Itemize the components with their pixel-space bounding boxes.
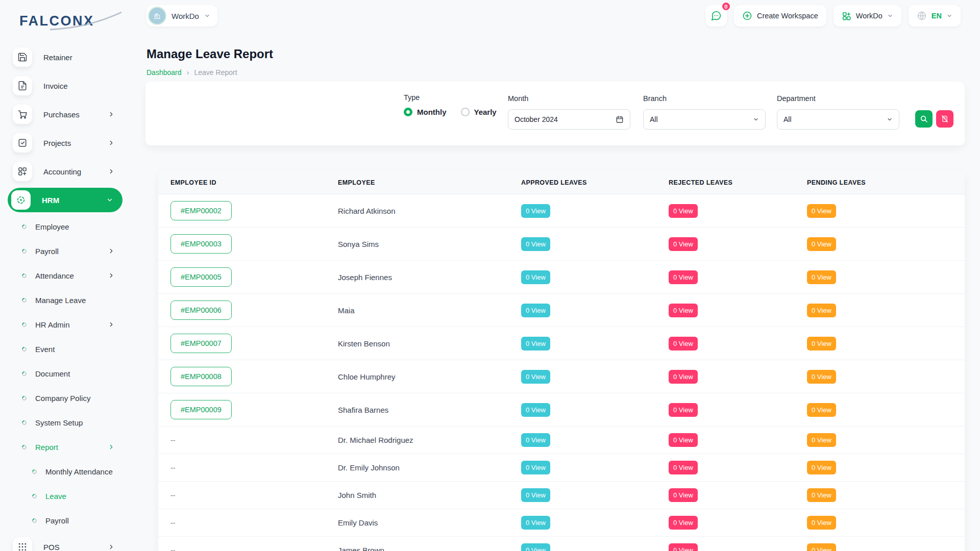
pending-leaves-badge[interactable]: 0 View: [807, 337, 836, 350]
bullet-icon: [21, 444, 28, 450]
employee-id-button[interactable]: #EMP00007: [170, 334, 232, 353]
rejected-leaves-badge[interactable]: 0 View: [669, 516, 698, 530]
employee-id-button[interactable]: #EMP00002: [170, 201, 232, 220]
pending-leaves-badge[interactable]: 0 View: [807, 516, 836, 530]
workspace-switcher[interactable]: WorkDo: [146, 5, 217, 27]
employee-id-button[interactable]: #EMP00003: [170, 234, 232, 254]
sidebar-item-payroll[interactable]: Payroll: [0, 239, 130, 263]
approved-leaves-badge[interactable]: 0 View: [521, 433, 550, 447]
approved-leaves-badge[interactable]: 0 View: [521, 488, 550, 502]
sidebar-item-projects[interactable]: Projects: [0, 129, 130, 157]
purchases-icon: [13, 105, 32, 124]
sidebar-item-report-payroll[interactable]: Payroll: [0, 508, 130, 533]
sidebar-item-leave[interactable]: Leave: [0, 484, 130, 508]
sidebar-item-attendance[interactable]: Attendance: [0, 263, 130, 288]
month-value: October 2024: [514, 115, 616, 123]
sidebar-item-pos[interactable]: POS: [0, 533, 130, 551]
approved-leaves-badge[interactable]: 0 View: [521, 403, 550, 417]
sidebar-item-system-setup[interactable]: System Setup: [0, 410, 130, 435]
sidebar-item-label: Manage Leave: [35, 296, 86, 305]
pending-leaves-badge[interactable]: 0 View: [807, 543, 836, 551]
brand-logo-text: FALCONX: [19, 13, 94, 29]
approved-leaves-badge[interactable]: 0 View: [521, 204, 550, 218]
brand-logo[interactable]: FALCONX: [19, 13, 94, 29]
sidebar-item-company-policy[interactable]: Company Policy: [0, 386, 130, 410]
calendar-icon: [616, 115, 624, 123]
table-row: #EMP00009 Shafira Barnes 0 View 0 View 0…: [158, 393, 965, 427]
sidebar-item-accounting[interactable]: Accounting: [0, 157, 130, 186]
pending-leaves-badge[interactable]: 0 View: [807, 461, 836, 474]
messages-button[interactable]: 0: [705, 5, 727, 27]
employee-id-button[interactable]: #EMP00006: [170, 300, 232, 320]
sidebar-item-monthly-attendance[interactable]: Monthly Attendance: [0, 459, 130, 484]
bullet-icon: [21, 419, 28, 426]
rejected-leaves-badge[interactable]: 0 View: [669, 370, 698, 384]
page-title: Manage Leave Report: [146, 47, 273, 61]
sidebar-item-retainer[interactable]: Retainer: [0, 43, 130, 71]
monthly-radio[interactable]: Monthly: [404, 108, 447, 116]
breadcrumb-dashboard-link[interactable]: Dashboard: [146, 68, 182, 77]
pending-leaves-badge[interactable]: 0 View: [807, 237, 836, 251]
search-button[interactable]: [915, 110, 933, 128]
sidebar-item-event[interactable]: Event: [0, 337, 130, 361]
department-select[interactable]: All: [777, 109, 899, 130]
branch-select[interactable]: All: [643, 109, 766, 130]
sidebar-item-report[interactable]: Report: [0, 435, 130, 459]
month-input[interactable]: October 2024: [508, 109, 630, 130]
create-workspace-button[interactable]: Create Workspace: [734, 5, 826, 27]
type-label: Type: [404, 93, 420, 102]
column-header-rejected-leaves: REJECTED LEAVES: [656, 179, 795, 186]
approved-leaves-badge[interactable]: 0 View: [521, 337, 550, 350]
pending-leaves-badge[interactable]: 0 View: [807, 304, 836, 317]
pending-leaves-badge[interactable]: 0 View: [807, 204, 836, 218]
language-selector[interactable]: EN: [909, 5, 961, 27]
approved-leaves-badge[interactable]: 0 View: [521, 461, 550, 474]
employee-id-button[interactable]: #EMP00009: [170, 400, 232, 419]
type-radio-group: Monthly Yearly: [404, 108, 497, 116]
sidebar-item-invoice[interactable]: Invoice: [0, 71, 130, 100]
approved-leaves-badge[interactable]: 0 View: [521, 370, 550, 384]
employee-name: James Brown: [338, 546, 384, 551]
pending-leaves-badge[interactable]: 0 View: [807, 433, 836, 447]
sidebar-item-hrm[interactable]: HRM: [8, 188, 122, 212]
rejected-leaves-badge[interactable]: 0 View: [669, 270, 698, 284]
approved-leaves-badge[interactable]: 0 View: [521, 270, 550, 284]
approved-leaves-badge[interactable]: 0 View: [521, 516, 550, 530]
breadcrumb-current: Leave Report: [194, 68, 237, 77]
rejected-leaves-badge[interactable]: 0 View: [669, 337, 698, 350]
pending-leaves-badge[interactable]: 0 View: [807, 403, 836, 417]
pending-leaves-badge[interactable]: 0 View: [807, 488, 836, 502]
pending-leaves-badge[interactable]: 0 View: [807, 370, 836, 384]
sidebar-item-employee[interactable]: Employee: [0, 214, 130, 239]
approved-leaves-badge[interactable]: 0 View: [521, 304, 550, 317]
rejected-leaves-badge[interactable]: 0 View: [669, 488, 698, 502]
monthly-radio-label: Monthly: [417, 108, 447, 116]
workdo-menu-button[interactable]: WorkDo: [834, 5, 901, 27]
yearly-radio[interactable]: Yearly: [461, 108, 497, 116]
chevron-down-icon: [106, 196, 113, 204]
approved-leaves-badge[interactable]: 0 View: [521, 237, 550, 251]
sidebar-item-document[interactable]: Document: [0, 361, 130, 386]
sidebar-item-label: HRM: [42, 196, 59, 205]
employee-id-button[interactable]: #EMP00005: [170, 267, 232, 287]
column-header-approved-leaves: APPROVED LEAVES: [509, 179, 656, 186]
bullet-icon: [21, 346, 28, 353]
reset-filter-button[interactable]: [936, 110, 953, 128]
rejected-leaves-badge[interactable]: 0 View: [669, 433, 698, 447]
rejected-leaves-badge[interactable]: 0 View: [669, 543, 698, 551]
table-row: #EMP00006 Maia 0 View 0 View 0 View: [158, 294, 965, 327]
rejected-leaves-badge[interactable]: 0 View: [669, 403, 698, 417]
sidebar-item-purchases[interactable]: Purchases: [0, 100, 130, 129]
rejected-leaves-badge[interactable]: 0 View: [669, 461, 698, 474]
chevron-right-icon: [108, 272, 115, 279]
pending-leaves-badge[interactable]: 0 View: [807, 270, 836, 284]
messages-count-badge: 0: [721, 2, 731, 11]
rejected-leaves-badge[interactable]: 0 View: [669, 237, 698, 251]
sidebar-item-hr-admin[interactable]: HR Admin: [0, 312, 130, 337]
approved-leaves-badge[interactable]: 0 View: [521, 543, 550, 551]
employee-id-button[interactable]: #EMP00008: [170, 367, 232, 386]
sidebar-item-manage-leave[interactable]: Manage Leave: [0, 288, 130, 312]
chevron-down-icon: [946, 13, 952, 19]
rejected-leaves-badge[interactable]: 0 View: [669, 304, 698, 317]
rejected-leaves-badge[interactable]: 0 View: [669, 204, 698, 218]
